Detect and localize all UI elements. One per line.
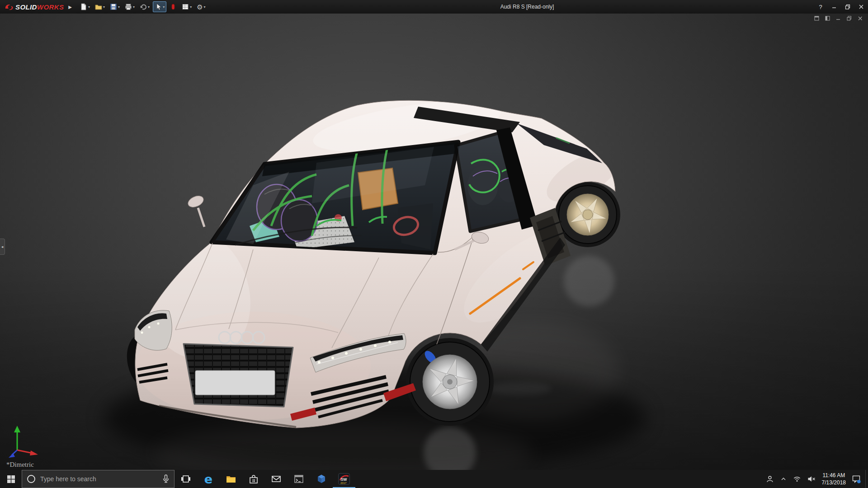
taskbar-search[interactable]: [22, 470, 175, 488]
minimize-icon: [831, 4, 837, 9]
people-icon: [766, 475, 774, 483]
dropdown-icon[interactable]: ▾: [118, 5, 120, 9]
notification-badge: [857, 480, 861, 483]
orientation-triad: [6, 422, 42, 459]
car-model-render[interactable]: [0, 14, 868, 470]
select-tool-button[interactable]: ▾: [153, 1, 166, 12]
search-input[interactable]: [40, 475, 158, 483]
open-folder-icon: [95, 3, 102, 10]
save-button[interactable]: ▾: [108, 1, 122, 12]
show-desktop-button[interactable]: [865, 470, 868, 488]
console-app-button[interactable]: [288, 470, 310, 488]
mail-button[interactable]: [265, 470, 288, 488]
dropdown-icon[interactable]: ▾: [148, 5, 150, 9]
volume-button[interactable]: [807, 475, 816, 483]
titlebar: SOLIDWORKS ▶ ▾ ▾ ▾: [0, 0, 868, 14]
new-document-button[interactable]: ▾: [78, 1, 92, 12]
speaker-mute-icon: [807, 475, 816, 483]
brand-wordmark: SOLIDWORKS: [15, 3, 64, 11]
windows-logo-icon: [7, 475, 15, 483]
dropdown-icon[interactable]: ▾: [103, 5, 105, 9]
task-view-icon: [181, 474, 191, 484]
svg-text:2017: 2017: [340, 482, 347, 484]
solidworks-app-button[interactable]: SW 2017: [333, 470, 355, 488]
print-button[interactable]: ▾: [123, 1, 137, 12]
options-gear-icon: ⚙: [197, 4, 203, 10]
clock-time: 11:46 AM: [822, 472, 846, 479]
solidworks-icon: SW 2017: [338, 473, 350, 485]
restore-icon: [845, 4, 850, 9]
console-icon: [293, 474, 304, 484]
microphone-icon[interactable]: [162, 474, 170, 483]
select-cursor-icon: [155, 3, 162, 10]
window-controls: ?: [814, 0, 868, 14]
view-orientation-label: *Dimetric: [6, 461, 34, 469]
dropdown-icon[interactable]: ▾: [190, 5, 192, 9]
menu-flyout-icon[interactable]: ▶: [68, 5, 72, 9]
left-headlight: [135, 310, 172, 351]
network-button[interactable]: [793, 475, 801, 483]
new-document-icon: [80, 3, 87, 10]
wifi-icon: [793, 475, 801, 483]
close-icon: [859, 4, 864, 9]
edge-browser-button[interactable]: e: [197, 470, 220, 488]
ds-logo-icon: [5, 3, 14, 10]
options-button[interactable]: ⚙ ▾: [195, 1, 207, 12]
dropdown-icon[interactable]: ▾: [204, 5, 206, 9]
quick-access-toolbar: ▾ ▾ ▾ ▾: [78, 1, 208, 12]
svg-text:SW: SW: [341, 477, 348, 482]
windows-taskbar: e: [0, 470, 868, 488]
mail-icon: [271, 474, 282, 484]
cortana-circle-icon: [27, 474, 36, 483]
red-pill-icon: [170, 3, 177, 10]
hidden-icons-button[interactable]: [780, 475, 787, 483]
panel-flyout-tab[interactable]: ◂: [0, 239, 5, 255]
sheet-grid-icon: [182, 3, 189, 10]
close-button[interactable]: [854, 0, 868, 14]
window-title: Audi R8 S [Read-only]: [186, 4, 868, 10]
license-plate: [195, 371, 275, 395]
red-tool-button[interactable]: [168, 1, 179, 12]
system-tray: 11:46 AM 7/13/2018: [766, 470, 865, 488]
front-wheel: [406, 338, 494, 426]
cube-app-button[interactable]: [310, 470, 333, 488]
store-icon: [248, 474, 259, 484]
store-button[interactable]: [242, 470, 265, 488]
chevron-up-icon: [780, 475, 787, 483]
print-icon: [125, 3, 132, 10]
action-center-button[interactable]: [852, 474, 861, 483]
file-explorer-icon: [226, 474, 236, 484]
minimize-button[interactable]: [827, 0, 841, 14]
file-explorer-button[interactable]: [220, 470, 242, 488]
open-button[interactable]: ▾: [93, 1, 107, 12]
save-icon: [110, 3, 117, 10]
y-axis-arrow: [14, 426, 20, 432]
left-mirror: [186, 194, 205, 227]
x-axis-arrow: [30, 450, 38, 455]
task-view-button[interactable]: [175, 470, 197, 488]
taskbar-clock[interactable]: 11:46 AM 7/13/2018: [822, 472, 846, 486]
properties-button[interactable]: ▾: [180, 1, 193, 12]
dropdown-icon[interactable]: ▾: [88, 5, 90, 9]
undo-button[interactable]: ▾: [138, 1, 151, 12]
people-button[interactable]: [766, 475, 774, 483]
action-center-icon: [852, 474, 861, 483]
graphics-viewport[interactable]: *Dimetric ◂: [0, 14, 868, 470]
solidworks-logo: SOLIDWORKS: [0, 3, 66, 11]
edge-icon: e: [204, 473, 212, 485]
clock-date: 7/13/2018: [822, 479, 846, 486]
undo-icon: [140, 3, 147, 10]
cube-app-icon: [316, 474, 327, 484]
restore-button[interactable]: [841, 0, 854, 14]
start-button[interactable]: [0, 470, 22, 488]
dropdown-icon[interactable]: ▾: [163, 5, 165, 9]
help-button[interactable]: ?: [814, 0, 827, 14]
dropdown-icon[interactable]: ▾: [133, 5, 135, 9]
